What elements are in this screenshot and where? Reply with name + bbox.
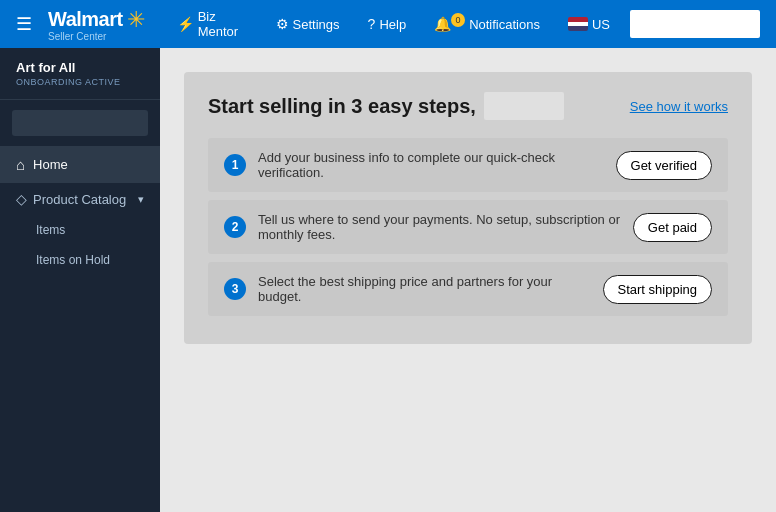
notifications-badge: 0	[451, 13, 465, 27]
step-text-3: Select the best shipping price and partn…	[258, 274, 591, 304]
sidebar-item-product-catalog[interactable]: ◇ Product Catalog ▾	[0, 183, 160, 215]
walmart-logo: Walmart ✳ Seller Center	[48, 7, 145, 42]
home-icon: ⌂	[16, 156, 25, 173]
title-user-placeholder	[484, 92, 564, 120]
get-paid-button[interactable]: Get paid	[633, 213, 712, 242]
biz-mentor-icon: ⚡	[177, 16, 194, 32]
step-number-2: 2	[224, 216, 246, 238]
step-row-2: 2 Tell us where to send your payments. N…	[208, 200, 728, 254]
notifications-nav-item[interactable]: 🔔 0 Notifications	[426, 16, 548, 32]
biz-mentor-label: Biz Mentor	[198, 9, 248, 39]
sidebar-product-catalog-label: Product Catalog	[33, 192, 126, 207]
help-label: Help	[379, 17, 406, 32]
locale-nav-item[interactable]: US	[560, 17, 618, 32]
settings-nav-item[interactable]: ⚙ Settings	[268, 16, 348, 32]
start-selling-header: Start selling in 3 easy steps, See how i…	[208, 92, 728, 120]
sidebar-item-items[interactable]: Items	[0, 215, 160, 245]
us-label: US	[592, 17, 610, 32]
sidebar-home-label: Home	[33, 157, 68, 172]
main-content: Start selling in 3 easy steps, See how i…	[160, 48, 776, 512]
notifications-label: Notifications	[469, 17, 540, 32]
hamburger-menu-icon[interactable]: ☰	[16, 13, 32, 35]
walmart-spark-icon: ✳	[127, 7, 145, 33]
top-navigation: ☰ Walmart ✳ Seller Center ⚡ Biz Mentor ⚙…	[0, 0, 776, 48]
sidebar-brand: Art for All ONBOARDING ACTIVE	[0, 60, 160, 100]
sidebar-brand-status: ONBOARDING ACTIVE	[16, 77, 144, 87]
step-text-1: Add your business info to complete our q…	[258, 150, 604, 180]
start-selling-title: Start selling in 3 easy steps,	[208, 92, 564, 120]
settings-label: Settings	[293, 17, 340, 32]
step-row-3: 3 Select the best shipping price and par…	[208, 262, 728, 316]
get-verified-button[interactable]: Get verified	[616, 151, 712, 180]
chevron-down-icon: ▾	[138, 193, 144, 206]
main-layout: Art for All ONBOARDING ACTIVE ⌂ Home ◇ P…	[0, 48, 776, 512]
step-row-1: 1 Add your business info to complete our…	[208, 138, 728, 192]
help-nav-item[interactable]: ? Help	[360, 16, 415, 32]
settings-icon: ⚙	[276, 16, 289, 32]
sidebar-brand-name: Art for All	[16, 60, 144, 75]
sidebar: Art for All ONBOARDING ACTIVE ⌂ Home ◇ P…	[0, 48, 160, 512]
sidebar-item-items-on-hold[interactable]: Items on Hold	[0, 245, 160, 275]
start-shipping-button[interactable]: Start shipping	[603, 275, 713, 304]
us-flag-icon	[568, 17, 588, 31]
sidebar-item-home[interactable]: ⌂ Home	[0, 146, 160, 183]
help-icon: ?	[368, 16, 376, 32]
top-search-input[interactable]	[630, 10, 760, 38]
start-selling-card: Start selling in 3 easy steps, See how i…	[184, 72, 752, 344]
step-number-3: 3	[224, 278, 246, 300]
walmart-text: Walmart	[48, 8, 123, 31]
bell-icon: 🔔	[434, 16, 451, 32]
step-number-1: 1	[224, 154, 246, 176]
items-label: Items	[36, 223, 65, 237]
items-on-hold-label: Items on Hold	[36, 253, 110, 267]
start-selling-title-text: Start selling in 3 easy steps,	[208, 95, 476, 118]
see-how-link[interactable]: See how it works	[630, 99, 728, 114]
sidebar-search-input[interactable]	[12, 110, 148, 136]
logo-container: Walmart ✳ Seller Center	[48, 7, 145, 42]
biz-mentor-nav-item[interactable]: ⚡ Biz Mentor	[169, 9, 256, 39]
step-text-2: Tell us where to send your payments. No …	[258, 212, 621, 242]
product-catalog-icon: ◇	[16, 191, 27, 207]
